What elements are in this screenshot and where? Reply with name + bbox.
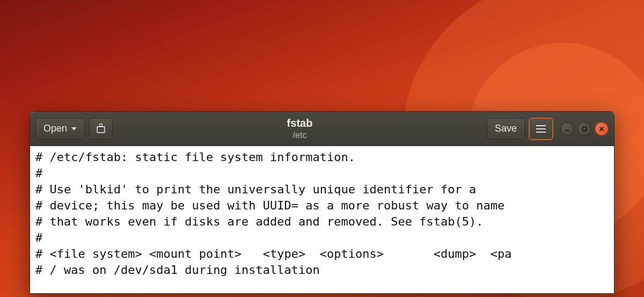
maximize-icon (581, 126, 588, 132)
open-button-label: Open (43, 123, 67, 134)
maximize-button[interactable] (577, 122, 591, 136)
gedit-window: Open fstab /etc Save (30, 111, 614, 294)
chevron-down-icon (71, 127, 77, 131)
svg-rect-0 (97, 126, 105, 132)
save-button[interactable]: Save (487, 118, 525, 140)
new-tab-button[interactable] (89, 118, 113, 140)
window-titlebar: Open fstab /etc Save (30, 112, 614, 146)
document-path: /etc (293, 131, 307, 140)
hamburger-menu-button[interactable] (529, 118, 553, 140)
window-controls (560, 122, 609, 136)
hamburger-icon (536, 125, 546, 133)
text-editor-area[interactable]: # /etc/fstab: static file system informa… (30, 146, 614, 293)
save-button-label: Save (495, 123, 517, 134)
title-area: fstab /etc (117, 117, 482, 140)
minimize-button[interactable] (560, 122, 574, 136)
svg-rect-5 (583, 127, 587, 131)
close-button[interactable] (595, 122, 609, 136)
minimize-icon (564, 126, 570, 132)
open-button[interactable]: Open (35, 118, 85, 140)
svg-rect-3 (100, 125, 102, 126)
new-document-icon (95, 123, 107, 135)
close-icon (598, 126, 605, 132)
document-title: fstab (287, 117, 313, 129)
